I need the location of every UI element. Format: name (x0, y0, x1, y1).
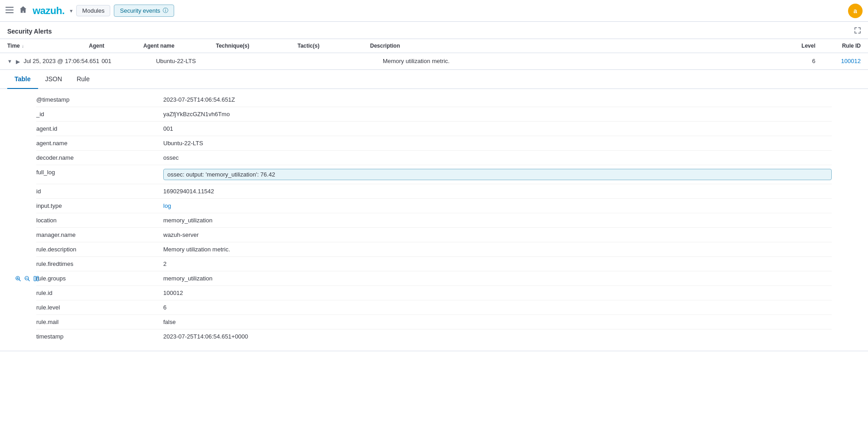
detail-row: decoder.nameossec (36, 151, 832, 165)
detail-row: agent.nameUbuntu-22-LTS (36, 136, 832, 151)
detail-value: 2023-07-25T14:06:54.651+0000 (163, 333, 832, 340)
detail-row: id1690294014.11542 (36, 184, 832, 199)
detail-value: 001 (163, 125, 832, 132)
detail-row: @timestamp2023-07-25T14:06:54.651Z (36, 93, 832, 107)
expand-icon[interactable] (854, 27, 861, 35)
detail-value: 100012 (163, 290, 832, 296)
col-header-description[interactable]: Description (370, 43, 779, 49)
detail-key: @timestamp (36, 96, 163, 103)
detail-key: rule.id (36, 290, 163, 296)
detail-value: yaZfjYkBzcGZN1vh6Tmo (163, 111, 832, 118)
row-agent-name: Ubuntu-22-LTS (156, 58, 229, 64)
filter-in-icon[interactable] (15, 275, 22, 282)
tab-table[interactable]: Table (7, 70, 38, 89)
top-navigation: wazuh. ▾ Modules Security events ⓘ a (0, 0, 868, 22)
row-expand-icon[interactable]: ▶ (16, 59, 20, 65)
col-header-level[interactable]: Level (779, 43, 815, 49)
detail-value[interactable]: log (163, 202, 832, 209)
col-header-tactics[interactable]: Tactic(s) (297, 43, 370, 49)
detail-key: _id (36, 111, 163, 118)
col-header-techniques[interactable]: Technique(s) (216, 43, 297, 49)
info-icon[interactable]: ⓘ (163, 7, 168, 15)
security-events-breadcrumb[interactable]: Security events ⓘ (114, 5, 174, 17)
detail-value: false (163, 319, 832, 325)
row-collapse-icon[interactable]: ▼ (7, 59, 12, 64)
detail-row: rule.id100012 (36, 286, 832, 300)
row-agent: 001 (102, 58, 156, 64)
col-header-time[interactable]: Time ↓ (7, 43, 89, 49)
tab-rule[interactable]: Rule (69, 70, 97, 89)
svg-rect-2 (5, 12, 14, 13)
detail-row: rule.firedtimes2 (36, 257, 832, 271)
detail-value: Ubuntu-22-LTS (163, 140, 832, 147)
detail-value: memory_utilization (163, 217, 832, 224)
modules-breadcrumb[interactable]: Modules (76, 5, 110, 16)
table-row: ▼ ▶ Jul 25, 2023 @ 17:06:54.651 001 Ubun… (0, 53, 868, 70)
svg-rect-1 (5, 10, 14, 10)
user-avatar[interactable]: a (848, 4, 863, 18)
alerts-header: Security Alerts (0, 22, 868, 39)
security-events-label: Security events (120, 7, 160, 14)
detail-row: rule.mailfalse (36, 315, 832, 329)
detail-key: agent.id (36, 125, 163, 132)
detail-key: agent.name (36, 140, 163, 147)
menu-icon[interactable] (5, 6, 14, 15)
home-icon[interactable] (19, 5, 27, 16)
main-content: Security Alerts Time ↓ Agent Agent name … (0, 22, 868, 351)
detail-key: rule.firedtimes (36, 260, 163, 267)
detail-key: manager.name (36, 231, 163, 238)
detail-key: id (36, 188, 163, 195)
nav-dropdown-icon[interactable]: ▾ (70, 8, 73, 14)
row-description: Memory utilization metric. (383, 58, 779, 64)
detail-key: rule.groups (36, 275, 163, 282)
detail-tabs: Table JSON Rule (0, 70, 868, 89)
col-header-agent[interactable]: Agent (89, 43, 143, 49)
detail-key: rule.description (36, 246, 163, 253)
detail-row: manager.namewazuh-server (36, 228, 832, 242)
detail-row: agent.id001 (36, 122, 832, 136)
row-time: Jul 25, 2023 @ 17:06:54.651 (24, 58, 102, 64)
detail-value: ossec (163, 154, 832, 161)
row-level: 6 (779, 58, 815, 64)
svg-rect-0 (5, 7, 14, 8)
svg-line-4 (19, 280, 20, 281)
detail-row: timestamp2023-07-25T14:06:54.651+0000 (36, 329, 832, 344)
detail-value: 2 (163, 260, 832, 267)
row-rule-id[interactable]: 100012 (815, 58, 861, 64)
detail-key: timestamp (36, 333, 163, 340)
detail-value: 1690294014.11542 (163, 188, 832, 195)
svg-line-8 (28, 280, 29, 281)
col-header-rule-id[interactable]: Rule ID (815, 43, 861, 49)
svg-rect-11 (37, 276, 39, 281)
detail-row: input.typelog (36, 199, 832, 213)
tab-json[interactable]: JSON (38, 70, 69, 89)
detail-value: wazuh-server (163, 231, 832, 238)
alerts-title: Security Alerts (7, 28, 52, 35)
detail-row: _idyaZfjYkBzcGZN1vh6Tmo (36, 107, 832, 122)
detail-table: @timestamp2023-07-25T14:06:54.651Z_idyaZ… (0, 89, 868, 351)
detail-key: rule.level (36, 304, 163, 311)
column-toggle-icon[interactable] (33, 275, 40, 282)
detail-key: full_log (36, 169, 163, 176)
detail-value: 6 (163, 304, 832, 311)
filter-out-icon[interactable] (24, 275, 31, 282)
detail-value: memory_utilization (163, 275, 832, 282)
detail-row: rule.groupsmemory_utilization (36, 271, 832, 286)
detail-value: 2023-07-25T14:06:54.651Z (163, 96, 832, 103)
detail-key: input.type (36, 202, 163, 209)
detail-row: rule.descriptionMemory utilization metri… (36, 242, 832, 257)
col-header-agent-name[interactable]: Agent name (143, 43, 216, 49)
detail-value: Memory utilization metric. (163, 246, 832, 253)
row-action-icons (15, 275, 40, 282)
detail-key: rule.mail (36, 319, 163, 325)
wazuh-logo: wazuh. (33, 5, 64, 17)
sort-icon: ↓ (22, 44, 24, 49)
detail-key: decoder.name (36, 154, 163, 161)
detail-row: rule.level6 (36, 300, 832, 315)
svg-rect-10 (34, 276, 36, 281)
detail-row: locationmemory_utilization (36, 213, 832, 228)
detail-row: full_logossec: output: 'memory_utilizati… (36, 165, 832, 184)
detail-value: ossec: output: 'memory_utilization': 76.… (163, 169, 832, 180)
table-header: Time ↓ Agent Agent name Technique(s) Tac… (0, 39, 868, 53)
detail-panel: Table JSON Rule @timestamp2023-07-25T14:… (0, 70, 868, 351)
